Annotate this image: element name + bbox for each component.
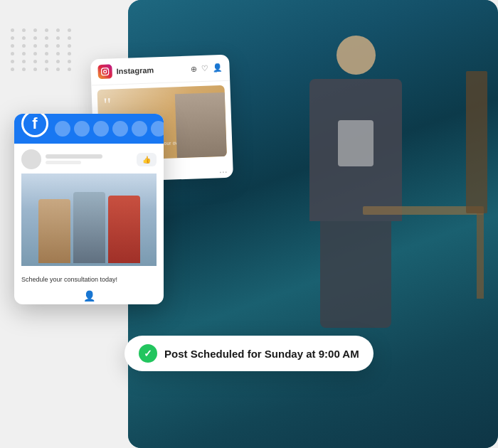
dot — [11, 36, 14, 40]
person-icon: 👤 — [212, 63, 222, 72]
dot — [56, 52, 60, 55]
svg-point-1 — [104, 70, 107, 73]
dot — [33, 60, 37, 63]
dot — [45, 28, 48, 32]
dot — [33, 44, 37, 48]
dot — [22, 68, 26, 71]
dot — [11, 60, 14, 63]
dot — [68, 60, 71, 63]
dot — [45, 36, 48, 40]
dot — [33, 68, 37, 71]
svg-point-2 — [107, 69, 107, 70]
dot — [11, 52, 14, 55]
facebook-logo-icon: f — [21, 114, 48, 137]
dot — [11, 28, 14, 32]
dot — [11, 68, 14, 71]
facebook-person-action-icon: 👤 — [14, 287, 164, 304]
dot — [22, 52, 26, 55]
facebook-name-area — [46, 154, 132, 164]
instagram-logo-icon — [97, 64, 112, 79]
dot — [33, 36, 37, 40]
main-container: const dots = 36; for(let i=0;i<dots;i++)… — [0, 0, 498, 448]
dot — [68, 44, 71, 48]
dot — [45, 44, 48, 48]
instagram-action-icons: ⊕ ♡ 👤 — [190, 63, 222, 73]
heart-icon: ♡ — [201, 63, 208, 73]
dot — [56, 68, 60, 71]
person-action-icon: 👤 — [83, 290, 95, 302]
facebook-caption: Schedule your consultation today! — [14, 272, 164, 287]
dot — [68, 68, 71, 71]
dot — [56, 28, 60, 32]
facebook-like-button[interactable]: 👍 — [137, 153, 157, 166]
quote-mark-icon: " — [103, 95, 112, 114]
person-head — [337, 36, 376, 75]
fb-circle-2 — [74, 121, 90, 137]
facebook-name-placeholder — [46, 154, 102, 159]
fb-circle-5 — [132, 121, 147, 137]
toast-message: Post Scheduled for Sunday at 9:00 AM — [164, 348, 359, 360]
dot-grid-decoration: const dots = 36; for(let i=0;i<dots;i++)… — [11, 28, 75, 71]
dot — [56, 36, 60, 40]
notification-toast: Post Scheduled for Sunday at 9:00 AM — [124, 336, 374, 371]
instagram-title: Instagram — [116, 65, 186, 75]
desk-leg — [477, 213, 484, 299]
fb-circle-6 — [151, 121, 164, 137]
dot — [45, 68, 48, 71]
fb-circle-3 — [93, 121, 109, 137]
facebook-avatar — [21, 149, 41, 169]
dot — [22, 28, 26, 32]
dot — [22, 60, 26, 63]
dot — [68, 36, 71, 40]
person-silhouette — [285, 36, 427, 356]
svg-rect-0 — [101, 68, 108, 75]
facebook-date-placeholder — [46, 161, 81, 164]
person-figure-3 — [108, 196, 140, 263]
shelf — [466, 71, 487, 213]
facebook-people-group — [21, 181, 157, 266]
success-check-icon — [139, 344, 157, 363]
facebook-card: f 👍 — [14, 114, 164, 304]
facebook-circles-decoration — [55, 121, 164, 137]
facebook-post-image — [21, 174, 157, 266]
dot — [56, 60, 60, 63]
person-figure-1 — [38, 199, 70, 263]
person-jacket — [309, 79, 402, 221]
dot — [22, 44, 26, 48]
fb-circle-4 — [112, 121, 128, 137]
facebook-header: f — [14, 114, 164, 144]
facebook-body: 👍 — [14, 144, 164, 272]
dot — [68, 52, 71, 55]
fb-circle-1 — [55, 121, 70, 137]
facebook-post-header: 👍 — [21, 149, 157, 169]
person-pants — [320, 221, 391, 328]
instagram-people-image — [175, 92, 227, 158]
dot — [33, 28, 37, 32]
more-icon: ... — [219, 164, 228, 175]
dot — [68, 28, 71, 32]
dot — [11, 44, 14, 48]
dot — [33, 52, 37, 55]
compass-icon: ⊕ — [190, 64, 196, 73]
thumbs-up-icon: 👍 — [142, 156, 151, 164]
dot — [45, 60, 48, 63]
dot — [45, 52, 48, 55]
person-tablet — [338, 120, 374, 166]
dot — [56, 44, 60, 48]
person-figure-2 — [73, 192, 105, 263]
dot — [22, 36, 26, 40]
